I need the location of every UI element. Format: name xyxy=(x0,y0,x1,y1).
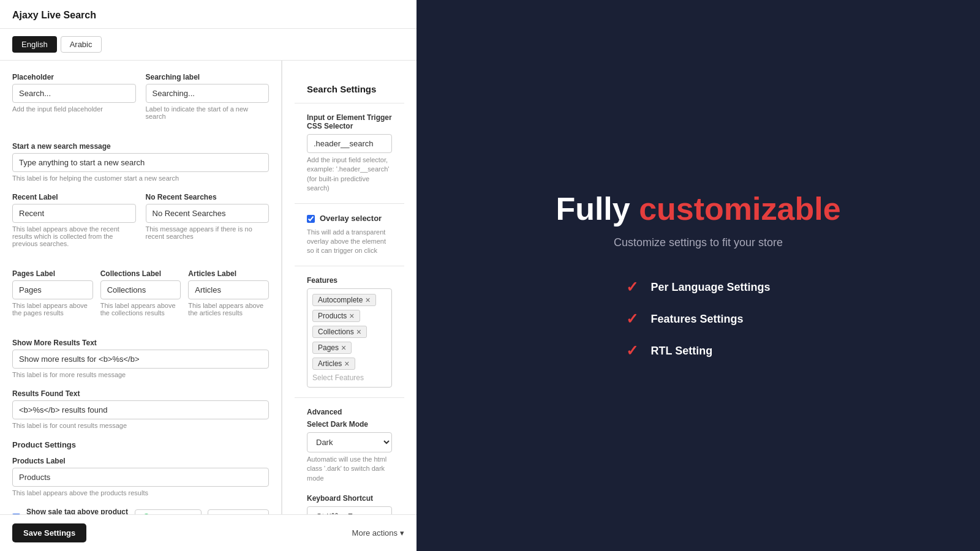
placeholder-searching-row: Placeholder Add the input field placehol… xyxy=(12,73,269,131)
collections-label-input[interactable] xyxy=(100,280,181,299)
keyboard-shortcut-label: Keyboard Shortcut xyxy=(307,494,392,503)
feature-tag-autocomplete-label: Autocomplete xyxy=(318,296,363,304)
feature-tag-products: Products × xyxy=(312,310,360,322)
placeholder-group: Placeholder Add the input field placehol… xyxy=(12,73,136,120)
results-found-hint: This label is for count results message xyxy=(12,422,269,429)
feature-tag-collections-remove[interactable]: × xyxy=(356,328,361,336)
articles-label-input[interactable] xyxy=(188,280,269,299)
feature-list: ✓ Per Language Settings ✓ Features Setti… xyxy=(626,279,770,359)
overlay-section: Overlay selector This will add a transpa… xyxy=(295,204,404,266)
new-search-label: Start a new search message xyxy=(12,142,269,151)
app-title: Ajaxy Live Search xyxy=(0,0,417,29)
pages-label-hint: This label appears above the pages resul… xyxy=(12,302,93,317)
articles-label-group: Articles Label This label appears above … xyxy=(188,269,269,317)
language-tabs: English Arabic xyxy=(0,29,417,61)
right-marketing-panel: Fully customizable Customize settings to… xyxy=(417,0,980,551)
more-actions-label: More actions xyxy=(352,528,398,538)
results-found-group: Results Found Text This label is for cou… xyxy=(12,389,269,429)
feature-tag-products-label: Products xyxy=(318,312,347,320)
no-recent-group: No Recent Searches This message appears … xyxy=(146,193,270,247)
show-more-input[interactable] xyxy=(12,350,269,369)
searching-label-group: Searching label Label to indicate the st… xyxy=(146,73,270,120)
new-search-hint: This label is for helping the customer s… xyxy=(12,174,269,182)
no-recent-label: No Recent Searches xyxy=(146,193,270,201)
products-label-label: Products Label xyxy=(12,457,269,465)
recent-row: Recent Label This label appears above th… xyxy=(12,193,269,258)
css-selector-section: Input or Element Trigger CSS Selector Ad… xyxy=(295,103,404,204)
left-panel: Ajaxy Live Search English Arabic Placeho… xyxy=(0,0,417,551)
feature-tag-products-remove[interactable]: × xyxy=(349,312,354,320)
features-section: Features Autocomplete × Products × Colle… xyxy=(295,266,404,398)
results-found-label: Results Found Text xyxy=(12,389,269,398)
feature-tag-collections: Collections × xyxy=(312,326,367,338)
articles-label-hint: This label appears above the articles re… xyxy=(188,302,269,317)
search-settings-panel: Search Settings Input or Element Trigger… xyxy=(282,61,417,551)
checkmark-icon-2: ✓ xyxy=(626,342,638,359)
features-label: Features xyxy=(307,276,392,285)
feature-item-0: ✓ Per Language Settings xyxy=(626,279,770,296)
placeholder-input[interactable] xyxy=(12,84,136,103)
search-settings-title: Search Settings xyxy=(295,73,404,103)
pages-label-label: Pages Label xyxy=(12,269,93,278)
searching-label-label: Searching label xyxy=(146,73,270,81)
dark-mode-select[interactable]: Dark Light Automatic xyxy=(307,432,392,452)
feature-tag-autocomplete: Autocomplete × xyxy=(312,294,376,306)
show-more-label: Show More Results Text xyxy=(12,339,269,347)
pages-label-input[interactable] xyxy=(12,280,93,299)
articles-label-label: Articles Label xyxy=(188,269,269,278)
feature-tag-pages: Pages × xyxy=(312,342,352,354)
feature-tag-autocomplete-remove[interactable]: × xyxy=(365,296,370,304)
collections-label-label: Collections Label xyxy=(100,269,181,278)
tab-arabic[interactable]: Arabic xyxy=(61,36,102,53)
no-recent-input[interactable] xyxy=(146,204,270,223)
dark-mode-label: Select Dark Mode xyxy=(307,420,392,429)
feature-tag-articles: Articles × xyxy=(312,358,355,370)
headline-accent: customizable xyxy=(639,191,840,227)
checkmark-icon-0: ✓ xyxy=(626,279,638,296)
feature-item-2: ✓ RTL Setting xyxy=(626,342,770,359)
feature-text-0: Per Language Settings xyxy=(650,281,770,294)
pages-collections-articles-row: Pages Label This label appears above the… xyxy=(12,269,269,328)
more-actions-button[interactable]: More actions ▾ xyxy=(352,528,404,538)
searching-label-input[interactable] xyxy=(146,84,270,103)
advanced-title: Advanced xyxy=(307,408,392,416)
product-settings-title: Product Settings xyxy=(12,440,269,449)
marketing-headline: Fully customizable xyxy=(556,192,840,227)
recent-label-group: Recent Label This label appears above th… xyxy=(12,193,136,247)
feature-tag-pages-remove[interactable]: × xyxy=(341,343,346,352)
css-selector-input[interactable] xyxy=(307,134,392,153)
new-search-input[interactable] xyxy=(12,153,269,172)
recent-label-label: Recent Label xyxy=(12,193,136,201)
new-search-group: Start a new search message This label is… xyxy=(12,142,269,182)
collections-label-hint: This label appears above the collections… xyxy=(100,302,181,317)
save-settings-button[interactable]: Save Settings xyxy=(12,523,86,542)
searching-label-hint: Label to indicate the start of a new sea… xyxy=(146,105,270,120)
feature-tag-pages-label: Pages xyxy=(318,343,339,352)
placeholder-hint: Add the input field placeholder xyxy=(12,105,136,113)
marketing-subtitle: Customize settings to fit your store xyxy=(614,236,783,249)
form-left: Placeholder Add the input field placehol… xyxy=(0,61,282,551)
dark-mode-group: Select Dark Mode Dark Light Automatic Au… xyxy=(307,420,392,483)
recent-label-hint: This label appears above the recent resu… xyxy=(12,225,136,247)
overlay-checkbox[interactable] xyxy=(307,215,315,223)
show-more-hint: This label is for more results message xyxy=(12,371,269,378)
overlay-checkbox-row: Overlay selector xyxy=(307,214,392,223)
form-content: Placeholder Add the input field placehol… xyxy=(0,61,417,551)
feature-tag-articles-label: Articles xyxy=(318,359,342,368)
feature-tag-collections-label: Collections xyxy=(318,328,354,336)
products-label-group: Products Label This label appears above … xyxy=(12,457,269,497)
tab-english[interactable]: English xyxy=(12,36,57,53)
feature-item-1: ✓ Features Settings xyxy=(626,310,770,328)
footer-bar: Save Settings More actions ▾ xyxy=(0,514,417,551)
no-recent-hint: This message appears if there is no rece… xyxy=(146,225,270,240)
css-selector-hint: Add the input field selector, example: '… xyxy=(307,156,392,193)
overlay-label: Overlay selector xyxy=(320,214,382,223)
checkmark-icon-1: ✓ xyxy=(626,310,638,328)
results-found-input[interactable] xyxy=(12,400,269,419)
feature-tag-articles-remove[interactable]: × xyxy=(344,359,349,368)
products-label-hint: This label appears above the products re… xyxy=(12,489,269,497)
show-more-group: Show More Results Text This label is for… xyxy=(12,339,269,378)
dark-mode-hint: Automatic will use the html class '.dark… xyxy=(307,455,392,483)
recent-label-input[interactable] xyxy=(12,204,136,223)
products-label-input[interactable] xyxy=(12,468,269,487)
